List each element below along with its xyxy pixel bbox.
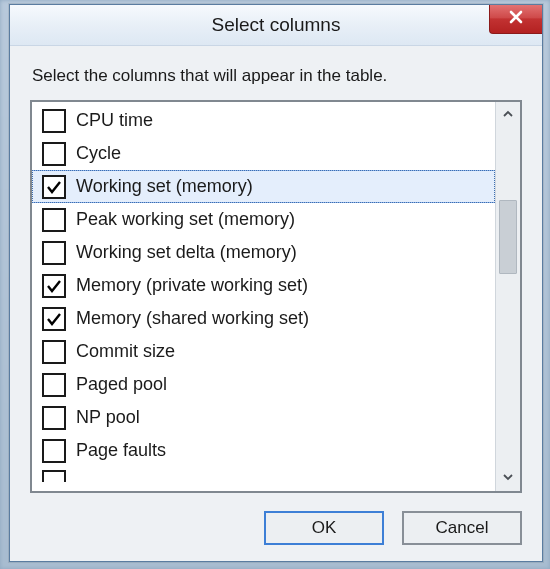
list-item[interactable]: CPU time bbox=[32, 104, 495, 137]
checkbox[interactable] bbox=[42, 406, 66, 430]
scroll-track[interactable] bbox=[496, 128, 520, 465]
dialog-content: Select the columns that will appear in t… bbox=[10, 46, 542, 561]
checkbox[interactable] bbox=[42, 470, 66, 482]
instruction-text: Select the columns that will appear in t… bbox=[32, 66, 522, 86]
column-list[interactable]: CPU timeCycleWorking set (memory)Peak wo… bbox=[32, 102, 495, 491]
checkbox[interactable] bbox=[42, 340, 66, 364]
list-item-label: CPU time bbox=[76, 110, 153, 131]
button-row: OK Cancel bbox=[30, 511, 522, 545]
list-item[interactable]: Page faults bbox=[32, 434, 495, 467]
titlebar: Select columns bbox=[10, 5, 542, 46]
scroll-thumb[interactable] bbox=[499, 200, 517, 274]
checkbox[interactable] bbox=[42, 274, 66, 298]
checkbox[interactable] bbox=[42, 307, 66, 331]
list-item-label: Peak working set (memory) bbox=[76, 209, 295, 230]
scrollbar[interactable] bbox=[495, 102, 520, 491]
dialog-window: Select columns Select the columns that w… bbox=[9, 4, 543, 562]
list-item[interactable]: Commit size bbox=[32, 335, 495, 368]
list-item[interactable]: Cycle bbox=[32, 137, 495, 170]
list-item[interactable]: Working set delta (memory) bbox=[32, 236, 495, 269]
checkbox[interactable] bbox=[42, 373, 66, 397]
column-listbox: CPU timeCycleWorking set (memory)Peak wo… bbox=[30, 100, 522, 493]
checkbox[interactable] bbox=[42, 175, 66, 199]
list-item-label: Working set (memory) bbox=[76, 176, 253, 197]
checkbox[interactable] bbox=[42, 208, 66, 232]
list-item-label: Commit size bbox=[76, 341, 175, 362]
chevron-up-icon bbox=[502, 106, 514, 124]
ok-button[interactable]: OK bbox=[264, 511, 384, 545]
list-item-label: Working set delta (memory) bbox=[76, 242, 297, 263]
scroll-down-button[interactable] bbox=[496, 465, 520, 491]
checkbox[interactable] bbox=[42, 439, 66, 463]
list-item[interactable]: Memory (shared working set) bbox=[32, 302, 495, 335]
chevron-down-icon bbox=[502, 469, 514, 487]
close-icon bbox=[508, 9, 524, 29]
list-item-label: Paged pool bbox=[76, 374, 167, 395]
list-item-label: NP pool bbox=[76, 407, 140, 428]
checkbox[interactable] bbox=[42, 109, 66, 133]
list-item-label: Memory (shared working set) bbox=[76, 308, 309, 329]
list-item-label: Cycle bbox=[76, 143, 121, 164]
list-item[interactable]: NP pool bbox=[32, 401, 495, 434]
list-item-label: Memory (private working set) bbox=[76, 275, 308, 296]
scroll-up-button[interactable] bbox=[496, 102, 520, 128]
list-item-label: Page faults bbox=[76, 440, 166, 461]
list-item[interactable]: Working set (memory) bbox=[32, 170, 495, 203]
checkbox[interactable] bbox=[42, 241, 66, 265]
checkbox[interactable] bbox=[42, 142, 66, 166]
cancel-button[interactable]: Cancel bbox=[402, 511, 522, 545]
list-item[interactable]: Memory (private working set) bbox=[32, 269, 495, 302]
window-title: Select columns bbox=[212, 14, 341, 36]
close-button[interactable] bbox=[489, 5, 542, 34]
list-item[interactable]: Paged pool bbox=[32, 368, 495, 401]
list-item[interactable] bbox=[32, 467, 495, 485]
list-item[interactable]: Peak working set (memory) bbox=[32, 203, 495, 236]
